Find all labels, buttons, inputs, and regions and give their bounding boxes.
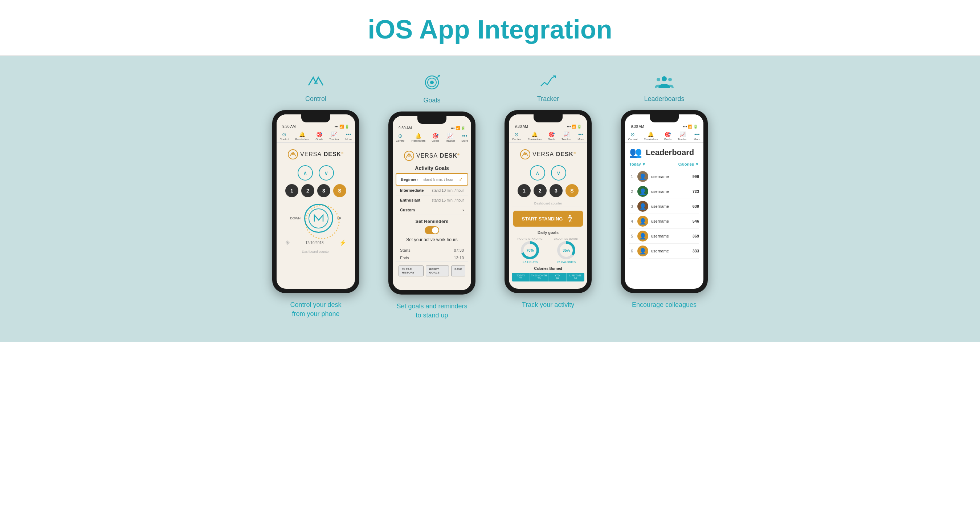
- goals-circles: HOURS STANDING 70% 1.5 HOURS CALORIES BU…: [512, 238, 584, 264]
- dial-inner: [309, 209, 328, 228]
- ends-value: 13:10: [454, 256, 464, 260]
- filter-calories[interactable]: Calories ▼: [678, 162, 699, 166]
- tracker-phone: 9:30 AM ▪▪▪ 📶 🔋 ⊙ Control 🔔 Reminders: [504, 110, 592, 293]
- start-standing-button[interactable]: START STANDING: [513, 210, 583, 226]
- g-nav-more[interactable]: ••• More: [461, 133, 468, 142]
- tracker-caption: Track your activity: [522, 300, 574, 309]
- arrow-up-button[interactable]: ∧: [298, 165, 313, 180]
- control-caption: Control your desk from your phone: [290, 300, 341, 319]
- t-nav-goals[interactable]: 🎯 Goals: [548, 131, 555, 141]
- lb-nav-control[interactable]: ⊙ Control: [628, 131, 638, 141]
- hours-sub-value: 1.5 HOURS: [522, 260, 538, 264]
- step-1-button[interactable]: 1: [285, 184, 298, 197]
- calories-table: TODAY 76 THIS MONTH 76 YTD 78: [512, 273, 584, 281]
- lb-nav-more[interactable]: ••• More: [694, 131, 700, 141]
- t-nav-control[interactable]: ⊙ Control: [512, 131, 522, 141]
- leaderboard-content: 👥 Leaderboard Today ▼ Calories ▼: [625, 143, 703, 262]
- control-phone: 9:30 AM ▪▪▪ 📶 🔋 ⊙ Control 🔔 Reminders: [272, 110, 360, 293]
- nav-goals-label: Goals: [315, 138, 323, 141]
- g-nav-control[interactable]: ⊙ Control: [396, 133, 406, 142]
- lb-people-icon: 👥: [629, 147, 642, 158]
- lb-score-4: 546: [692, 219, 699, 223]
- control-content: VERSA DESK® ∧ ∨ 1 2 3: [277, 143, 355, 258]
- goals-screen-container: 9:30 AM ▪▪▪ 📶 🔋 ⊙ Control 🔔 Reminders: [393, 116, 471, 290]
- leaderboard-column: Leaderboards 9:30 AM ▪▪▪ 📶 🔋 ⊙ Control: [613, 75, 715, 309]
- dial-container: DOWN: [280, 200, 352, 236]
- tracker-status-icons: ▪▪▪ 📶 🔋: [567, 124, 581, 129]
- step-s-button[interactable]: S: [333, 184, 346, 197]
- reminders-toggle[interactable]: [425, 226, 439, 234]
- reset-goals-button[interactable]: RESET GOALS: [426, 265, 449, 276]
- goal-beginner[interactable]: Beginner stand 5 min. / hour ✓: [396, 173, 468, 186]
- lb-rank-6: 6: [629, 249, 635, 253]
- nav-reminders-label: Reminders: [295, 138, 309, 141]
- tracker-phone-nav: ⊙ Control 🔔 Reminders 🎯 Goals 📈: [509, 130, 587, 143]
- tracker-step-s[interactable]: S: [565, 184, 579, 197]
- calories-lifetime: LIFE TIME 76: [566, 273, 584, 281]
- nav-more[interactable]: ••• More: [345, 131, 352, 141]
- calories-burnt-circle: CALORIES BURNT 35% 76 CALORIES: [554, 238, 579, 264]
- calories-progress-circle: 35%: [557, 241, 575, 259]
- goal-intermediate[interactable]: Intermediate stand 10 min. / hour: [396, 186, 468, 195]
- goals-phone: 9:30 AM ▪▪▪ 📶 🔋 ⊙ Control 🔔 Reminders: [388, 112, 476, 295]
- t-nav-more[interactable]: ••• More: [578, 131, 584, 141]
- tracker-versa-logo: VERSA DESK®: [512, 146, 584, 162]
- lb-avatar-2: 👤: [637, 186, 648, 197]
- lb-status-icons: ▪▪▪ 📶 🔋: [683, 124, 698, 129]
- lb-avatar-1: 👤: [637, 171, 648, 182]
- ends-label: Ends: [400, 256, 409, 260]
- svg-point-12: [662, 76, 667, 81]
- save-button[interactable]: SAVE: [451, 265, 465, 276]
- tracker-step-3[interactable]: 3: [549, 184, 563, 197]
- lb-phone-nav: ⊙ Control 🔔 Reminders 🎯 Goals 📈: [625, 130, 703, 143]
- step-2-button[interactable]: 2: [301, 184, 314, 197]
- dial-circle[interactable]: [304, 204, 333, 233]
- set-reminders-title: Set Reminders: [400, 218, 464, 224]
- nav-goals[interactable]: 🎯 Goals: [315, 131, 323, 141]
- goal-custom-name: Custom: [400, 208, 415, 212]
- starts-value: 07:30: [454, 248, 464, 252]
- tracker-arrow-down[interactable]: ∨: [551, 165, 566, 180]
- nav-reminders[interactable]: 🔔 Reminders: [295, 131, 309, 141]
- goal-intermediate-desc: stand 10 min. / hour: [432, 188, 464, 193]
- tracker-step-1[interactable]: 1: [518, 184, 531, 197]
- control-column: Control 9:30 AM ▪▪▪ 📶 🔋 ⊙ Control: [265, 75, 367, 319]
- tracker-step-2[interactable]: 2: [533, 184, 547, 197]
- g-nav-goals[interactable]: 🎯 Goals: [431, 133, 439, 142]
- lb-nav-tracker[interactable]: 📈 Tracker: [678, 131, 687, 141]
- nav-more-icon: •••: [346, 131, 352, 137]
- clear-history-button[interactable]: CLEAR HISTORY: [399, 265, 423, 276]
- leaderboard-screen-container: 9:30 AM ▪▪▪ 📶 🔋 ⊙ Control 🔔 Reminders: [625, 115, 703, 289]
- tracker-versa-circle: [520, 149, 530, 159]
- goal-custom[interactable]: Custom ›: [396, 205, 468, 215]
- nav-reminders-icon: 🔔: [299, 131, 305, 137]
- t-nav-tracker[interactable]: 📈 Tracker: [562, 131, 571, 141]
- goals-content: VERSA DESK® Activity Goals Beginner stan…: [393, 144, 471, 283]
- nav-goals-icon: 🎯: [316, 131, 322, 137]
- lb-avatar-6: 👤: [637, 246, 648, 257]
- t-nav-reminders[interactable]: 🔔 Reminders: [527, 131, 541, 141]
- arrow-down-button[interactable]: ∨: [319, 165, 334, 180]
- g-nav-tracker[interactable]: 📈 Tracker: [445, 133, 455, 142]
- main-section: Control 9:30 AM ▪▪▪ 📶 🔋 ⊙ Control: [0, 56, 980, 342]
- goals-caption: Set goals and reminders to stand up: [396, 302, 467, 320]
- lb-nav-reminders[interactable]: 🔔 Reminders: [644, 131, 658, 141]
- g-nav-reminders[interactable]: 🔔 Reminders: [411, 133, 425, 142]
- svg-point-14: [668, 78, 672, 81]
- lb-username-3: username: [651, 204, 690, 209]
- leaderboard-filters: Today ▼ Calories ▼: [629, 162, 699, 166]
- leaderboard-header: 👥 Leaderboard: [629, 147, 699, 158]
- lb-nav-goals[interactable]: 🎯 Goals: [664, 131, 671, 141]
- lb-score-2: 723: [692, 189, 699, 194]
- calories-this-month: THIS MONTH 76: [530, 273, 548, 281]
- lb-username-5: username: [651, 234, 690, 238]
- filter-today[interactable]: Today ▼: [629, 162, 646, 166]
- goal-enthusiast[interactable]: Enthusiast stand 15 min. / hour: [396, 195, 468, 205]
- calories-burned-title: Calories Burned: [512, 266, 584, 271]
- g-nav-more-icon: •••: [462, 133, 468, 139]
- nav-tracker[interactable]: 📈 Tracker: [329, 131, 339, 141]
- step-3-button[interactable]: 3: [317, 184, 330, 197]
- tracker-arrow-up[interactable]: ∧: [530, 165, 545, 180]
- goals-versa-circle: [404, 151, 414, 161]
- nav-control[interactable]: ⊙ Control: [280, 131, 289, 141]
